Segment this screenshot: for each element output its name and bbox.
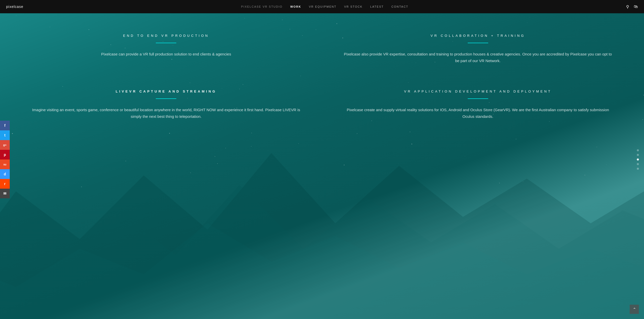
- social-delicious[interactable]: d: [0, 169, 10, 179]
- scroll-dot-3[interactable]: [637, 158, 639, 161]
- block-vr-app-desc: Pixelcase create and supply virtual real…: [343, 107, 614, 120]
- scroll-dot-1[interactable]: [637, 149, 639, 151]
- nav-links: PIXELCASE VR STUDIO WORK VR EQUIPMENT VR…: [241, 5, 408, 8]
- nav-vr-studio[interactable]: PIXELCASE VR STUDIO: [241, 5, 282, 8]
- scroll-dot-4[interactable]: [637, 163, 639, 165]
- mountain-background: [0, 128, 644, 319]
- divider-4: [468, 98, 488, 99]
- block-vr-collab: VR COLLABORATION + TRAINING Pixelcase al…: [332, 29, 624, 69]
- divider-3: [156, 98, 176, 99]
- social-stumbleupon[interactable]: su: [0, 160, 10, 169]
- block-livevr-title: LIVEVR CAPTURE AND STREAMING: [31, 89, 302, 93]
- block-livevr-desc: Imagine visiting an event, sports game, …: [31, 107, 302, 120]
- social-sidebar: f t g+ p su d r ✉: [0, 121, 10, 198]
- block-end-to-end-title: END TO END VR PRODUCTION: [31, 34, 302, 38]
- block-vr-collab-title: VR COLLABORATION + TRAINING: [343, 34, 614, 38]
- nav-work[interactable]: WORK: [290, 5, 301, 8]
- site-logo[interactable]: pixelcase: [6, 5, 23, 9]
- social-pinterest[interactable]: p: [0, 150, 10, 160]
- block-vr-app: VR APPLICATION DEVELOPMENT AND DEPLOYMEN…: [332, 84, 624, 125]
- block-vr-app-title: VR APPLICATION DEVELOPMENT AND DEPLOYMEN…: [343, 89, 614, 93]
- block-vr-collab-desc: Pixelcase also provide VR expertise, con…: [343, 51, 614, 64]
- social-twitter[interactable]: t: [0, 130, 10, 140]
- nav-contact[interactable]: CONTACT: [391, 5, 408, 8]
- navbar: pixelcase PIXELCASE VR STUDIO WORK VR EQ…: [0, 0, 644, 13]
- block-end-to-end-desc: Pixelcase can provide a VR full producti…: [31, 51, 302, 58]
- nav-vr-stock[interactable]: VR STOCK: [344, 5, 363, 8]
- social-reddit[interactable]: r: [0, 179, 10, 189]
- scroll-up-button[interactable]: ⌃: [630, 305, 639, 314]
- content-grid: END TO END VR PRODUCTION Pixelcase can p…: [0, 13, 644, 145]
- hero-section: END TO END VR PRODUCTION Pixelcase can p…: [0, 0, 644, 319]
- nav-vr-equipment[interactable]: VR EQUIPMENT: [309, 5, 336, 8]
- divider-1: [156, 43, 176, 43]
- scroll-dots: [637, 149, 639, 170]
- social-googleplus[interactable]: g+: [0, 140, 10, 150]
- navbar-right: ⚲ 🛍: [626, 4, 638, 9]
- scroll-dot-2[interactable]: [637, 154, 639, 156]
- bag-icon[interactable]: 🛍: [634, 4, 638, 9]
- scroll-dot-5[interactable]: [637, 168, 639, 170]
- social-email[interactable]: ✉: [0, 189, 10, 198]
- social-facebook[interactable]: f: [0, 121, 10, 130]
- nav-latest[interactable]: LATEST: [370, 5, 384, 8]
- search-icon[interactable]: ⚲: [626, 4, 629, 9]
- divider-2: [468, 43, 488, 43]
- block-end-to-end: END TO END VR PRODUCTION Pixelcase can p…: [20, 29, 312, 69]
- block-livevr: LIVEVR CAPTURE AND STREAMING Imagine vis…: [20, 84, 312, 125]
